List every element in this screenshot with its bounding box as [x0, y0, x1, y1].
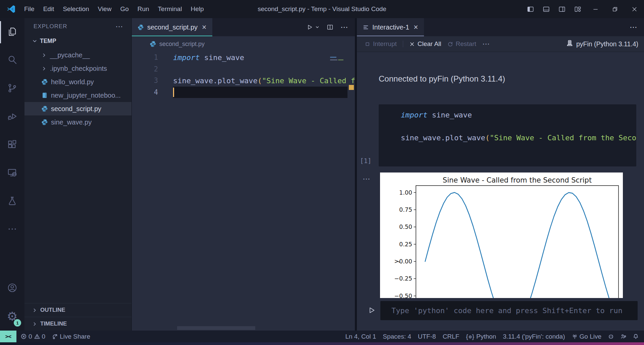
interactive-window-icon — [363, 24, 369, 31]
chevron-right-icon — [41, 66, 47, 71]
status-language-mode[interactable]: {}Python — [463, 331, 499, 342]
status-cursor-position[interactable]: Ln 4, Col 1 — [342, 331, 379, 342]
kernel-icon — [566, 40, 573, 48]
line-number: 2 — [132, 65, 173, 73]
live-share-status[interactable]: Live Share — [49, 331, 94, 342]
status-feedback[interactable] — [617, 331, 630, 342]
svg-text:Sine Wave - Called from the Se: Sine Wave - Called from the Second Scrip… — [443, 176, 592, 184]
toolbar-more-actions-icon[interactable]: ⋯ — [479, 40, 493, 48]
toggle-panel-icon[interactable] — [538, 0, 554, 18]
panel-more-actions-icon[interactable]: ⋯ — [630, 23, 644, 32]
close-button[interactable] — [625, 0, 644, 18]
interactive-history: Connected to pyFin (Python 3.11.4) [1] i… — [357, 52, 644, 298]
menu-terminal[interactable]: Terminal — [154, 0, 186, 18]
status-encoding[interactable]: UTF-8 — [415, 331, 439, 342]
python-file-icon — [41, 79, 48, 85]
tree-item-hello-world-py[interactable]: hello_world.py — [24, 75, 131, 89]
repl-input-field[interactable] — [380, 306, 638, 315]
status-python-interpreter[interactable]: 3.11.4 ('pyFin': conda) — [499, 331, 568, 342]
tree-item-second-script-py[interactable]: second_script.py — [24, 102, 131, 115]
sidebar-more-actions-icon[interactable]: ⋯ — [115, 22, 123, 31]
tab-interactive-1[interactable]: Interactive-1 × — [357, 18, 424, 36]
horizontal-scrollbar[interactable] — [177, 326, 255, 330]
minimap[interactable] — [328, 54, 347, 94]
toggle-secondary-sidebar-icon[interactable] — [554, 0, 570, 18]
cell-code-line: import sine_wave — [401, 111, 636, 122]
error-count: 0 — [29, 333, 32, 340]
output-more-actions-icon[interactable]: ⋯ — [363, 175, 371, 184]
menu-go[interactable]: Go — [116, 0, 133, 18]
kernel-picker[interactable]: pyFin (Python 3.11.4) — [566, 40, 644, 48]
svg-text:0.25: 0.25 — [399, 241, 412, 248]
activity-item-explorer[interactable] — [0, 18, 24, 46]
testing-icon — [7, 196, 17, 207]
activity-item-extensions[interactable] — [0, 131, 24, 159]
status-copilot[interactable] — [605, 331, 617, 342]
activity-item-settings[interactable]: ⚙1 — [0, 302, 24, 331]
menu-run[interactable]: Run — [133, 0, 154, 18]
folder-root-temp[interactable]: TEMP — [24, 35, 131, 47]
activity-item-testing[interactable] — [0, 187, 24, 215]
menu-help[interactable]: Help — [186, 0, 208, 18]
copilot-icon — [608, 334, 614, 339]
run-python-file-icon[interactable] — [306, 23, 313, 31]
file-tree: __pycache__.ipynb_checkpointshello_world… — [24, 47, 131, 303]
sidebar-header: EXPLORER ⋯ — [24, 18, 131, 35]
activity-item-more-views[interactable] — [0, 215, 24, 244]
tree-item-new-jupyter-noteboo-[interactable]: new_jupyter_noteboo... — [24, 89, 131, 102]
activity-item-source-control[interactable] — [0, 75, 24, 103]
python-file-icon — [41, 105, 48, 112]
status-go-live[interactable]: Go Live — [569, 331, 605, 342]
editor-group: second_script.py × ⋯ — [132, 18, 355, 331]
code-cell[interactable]: import sine_wavesine_wave.plot_wave("Sin… — [379, 104, 636, 166]
remote-indicator[interactable]: >< — [0, 331, 16, 342]
notebook-file-icon — [41, 92, 48, 99]
split-editor-icon[interactable] — [326, 23, 334, 31]
menu-file[interactable]: File — [20, 0, 39, 18]
editor-more-actions-icon[interactable]: ⋯ — [340, 23, 348, 32]
scm-icon — [7, 83, 17, 95]
tab-second-script[interactable]: second_script.py × — [132, 18, 212, 36]
status-indentation[interactable]: Spaces: 4 — [379, 331, 415, 342]
language-braces-icon: {} — [466, 333, 474, 340]
customize-layout-icon[interactable] — [570, 0, 586, 18]
svg-text:0.50: 0.50 — [399, 224, 412, 230]
breadcrumb[interactable]: second_script.py — [132, 36, 355, 52]
interrupt-button[interactable]: Interrupt — [362, 40, 400, 48]
sine-plot-svg: Sine Wave - Called from the Second Scrip… — [380, 172, 623, 298]
section-timeline[interactable]: TIMELINE — [24, 317, 131, 331]
status-language-mode-label: Python — [476, 333, 496, 340]
toggle-primary-sidebar-icon[interactable] — [523, 0, 538, 18]
menu-edit[interactable]: Edit — [39, 0, 59, 18]
remote-icon — [7, 167, 17, 179]
code-editor[interactable]: 1import sine_wave23sine_wave.plot_wave("… — [132, 52, 355, 331]
activity-item-run-and-debug[interactable] — [0, 103, 24, 131]
code-line-4: 4 — [132, 87, 355, 98]
clear-all-button[interactable]: Clear All — [406, 40, 444, 48]
explorer-sidebar: EXPLORER ⋯ TEMP __pycache__.ipynb_checkp… — [24, 18, 132, 331]
run-input-icon[interactable] — [367, 306, 376, 315]
status-notifications[interactable] — [630, 331, 642, 342]
tab-close-icon[interactable]: × — [414, 23, 418, 31]
tree-item--pycache-[interactable]: __pycache__ — [24, 48, 131, 62]
activity-item-search[interactable] — [0, 46, 24, 75]
problems-indicator[interactable]: 00 — [17, 331, 49, 342]
restore-button[interactable] — [605, 0, 625, 18]
menu-selection[interactable]: Selection — [58, 0, 93, 18]
menu-view[interactable]: View — [94, 0, 116, 18]
tree-item-sine-wave-py[interactable]: sine_wave.py — [24, 115, 131, 129]
restart-button[interactable]: Restart — [444, 40, 479, 48]
status-python-interpreter-label: 3.11.4 ('pyFin': conda) — [503, 333, 565, 340]
activity-item-remote-explorer[interactable] — [0, 159, 24, 187]
status-eol[interactable]: CRLF — [439, 331, 463, 342]
minimize-button[interactable] — [586, 0, 605, 18]
section-outline[interactable]: OUTLINE — [24, 303, 131, 317]
activity-item-accounts[interactable] — [0, 274, 24, 302]
tab-close-icon[interactable]: × — [202, 23, 206, 31]
run-dropdown-chevron-icon[interactable] — [315, 25, 320, 30]
live-share-label: Live Share — [60, 333, 90, 340]
code-text: import sine_wave — [173, 53, 244, 62]
live-share-icon — [52, 334, 58, 339]
repl-input[interactable] — [380, 301, 638, 320]
tree-item--ipynb-checkpoints[interactable]: .ipynb_checkpoints — [24, 62, 131, 75]
